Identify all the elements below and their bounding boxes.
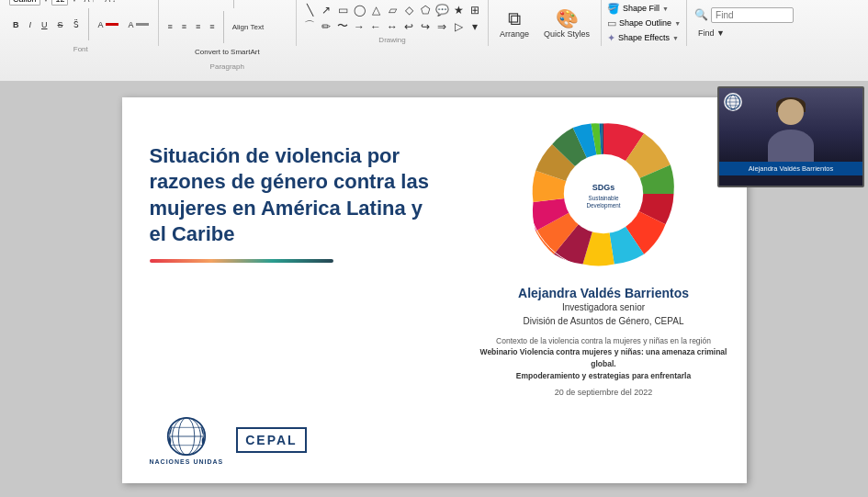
svg-point-8 (564, 153, 643, 232)
smartart-btn[interactable]: Convert to SmartArt (191, 46, 264, 58)
freeform-tool[interactable]: ✏ (319, 19, 333, 34)
font-sep (88, 8, 89, 40)
slide-divider (150, 259, 333, 263)
outline-icon: ▭ (607, 17, 616, 29)
effects-icon: ✦ (607, 32, 615, 44)
double-arrow-tool[interactable]: ↔ (385, 19, 400, 34)
presentation-slide: Situación de violencia por razones de gé… (122, 97, 747, 483)
quick-styles-icon: 🎨 (556, 7, 579, 29)
font-name-arrow[interactable]: ▼ (43, 0, 50, 3)
font-size-arrow[interactable]: ▼ (71, 0, 77, 3)
find-icon: 🔍 (694, 8, 708, 21)
star-tool[interactable]: ★ (451, 3, 466, 17)
slide-right-panel: SDGs Sustainable Development Alejandra V… (466, 97, 747, 483)
svg-text:Development: Development (586, 202, 620, 209)
svg-text:Sustainable: Sustainable (589, 195, 619, 201)
slide-left-panel: Situación de violencia por razones de gé… (122, 97, 466, 483)
slide-date: 20 de septiembre del 2022 (555, 388, 653, 397)
fill-arrow[interactable]: ▼ (662, 6, 669, 12)
shapes-more[interactable]: ⊞ (468, 3, 482, 17)
un-emblem (166, 416, 207, 457)
svg-text:CEPAL: CEPAL (729, 108, 737, 110)
bent-arrow-tool[interactable]: ↩ (401, 19, 416, 34)
right-arrow-tool[interactable]: → (352, 19, 366, 34)
author-division: División de Asuntos de Género, CEPAL (518, 314, 689, 328)
main-area: Situación de violencia por razones de gé… (0, 83, 868, 497)
font-grow-btn[interactable]: A↑ (80, 0, 98, 6)
shape-row-2: ⌒ ✏ 〜 → ← ↔ ↩ ↪ ⇒ ▷ ▾ (302, 19, 482, 34)
drawing-group: ╲ ↗ ▭ ◯ △ ▱ ◇ ⬠ 💬 ★ ⊞ ⌒ ✏ 〜 → ← ↔ ↩ ↪ (297, 0, 489, 46)
para-sep2 (223, 11, 224, 43)
slide-author-block: Alejandra Valdés Barrientos Investigador… (513, 286, 693, 328)
person-body (768, 130, 814, 162)
font-group: Calibri ▼ 12 ▼ A↑ A↓ B I U S S̈ A A Font (4, 0, 159, 46)
para-sep1 (233, 0, 234, 8)
rect-tool[interactable]: ▭ (335, 3, 350, 17)
justify-btn[interactable]: ≡ (206, 20, 218, 33)
scribble-tool[interactable]: 〜 (335, 19, 350, 34)
font-size-dropdown[interactable]: 12 (51, 0, 68, 6)
arrange-icon: ⧉ (508, 8, 521, 29)
slide-context: Contexto de la violencia contra la mujer… (470, 335, 738, 382)
svg-text:SDGs: SDGs (592, 183, 615, 192)
video-name-bar: Alejandra Valdés Barrientos (719, 162, 862, 175)
align-center-btn[interactable]: ≡ (178, 20, 190, 33)
drawing-label: Drawing (378, 36, 405, 44)
find-input[interactable] (711, 7, 794, 23)
effects-arrow[interactable]: ▼ (672, 35, 679, 41)
author-role: Investigadora senior (518, 300, 689, 314)
parallelogram-tool[interactable]: ▱ (385, 3, 400, 17)
strikethrough-btn[interactable]: S (54, 18, 67, 31)
slide-title: Situación de violencia por razones de gé… (150, 143, 438, 248)
triangle-tool[interactable]: △ (368, 3, 383, 17)
sdg-wheel: SDGs Sustainable Development (521, 111, 686, 277)
arrow-tool[interactable]: ↗ (319, 3, 333, 17)
font-name-dropdown[interactable]: Calibri (9, 0, 40, 6)
shape-row-1: ╲ ↗ ▭ ◯ △ ▱ ◇ ⬠ 💬 ★ ⊞ (302, 3, 482, 17)
font-shrink-btn[interactable]: A↓ (101, 0, 119, 6)
callout-tool[interactable]: 💬 (434, 3, 449, 17)
more-shapes[interactable]: ▾ (468, 19, 482, 34)
left-arrow-tool[interactable]: ← (368, 19, 383, 34)
curved-arrow-tool[interactable]: ↪ (418, 19, 433, 34)
cepal-logo: CEPAL (236, 427, 306, 453)
underline-btn[interactable]: U (38, 18, 51, 31)
striped-right-tool[interactable]: ⇒ (434, 19, 449, 34)
arrange-btn[interactable]: ⧉ Arrange (494, 3, 535, 43)
font-label: Font (9, 45, 152, 53)
slide-logos: NACIONES UNIDAS CEPAL (150, 416, 438, 465)
shape-fill-row[interactable]: 🪣 Shape Fill ▼ (607, 3, 681, 15)
italic-btn[interactable]: I (26, 18, 36, 31)
shape-outline-row[interactable]: ▭ Shape Outline ▼ (607, 17, 681, 29)
quick-styles-btn[interactable]: 🎨 Quick Styles (538, 3, 595, 43)
font-color-btn[interactable]: A (95, 18, 122, 31)
align-left-btn[interactable]: ≡ (164, 20, 176, 33)
curve-tool[interactable]: ⌒ (302, 19, 317, 34)
notched-right-tool[interactable]: ▷ (451, 19, 466, 34)
bold-btn[interactable]: B (9, 18, 23, 31)
video-overlay[interactable]: CEPAL Alejandra Valdés Barrientos (717, 86, 864, 187)
find-group: 🔍 Find ▼ (687, 0, 801, 46)
outline-arrow[interactable]: ▼ (674, 20, 681, 27)
line-tool[interactable]: ╲ (302, 3, 317, 17)
diamond-tool[interactable]: ◇ (401, 3, 416, 17)
pentagon-tool[interactable]: ⬠ (418, 3, 433, 17)
highlight-btn[interactable]: A (125, 18, 152, 31)
un-logo: NACIONES UNIDAS (150, 416, 224, 465)
paragraph-label: Paragraph (164, 62, 290, 71)
video-person-area: CEPAL (719, 88, 862, 162)
shape-props-group: 🪣 Shape Fill ▼ ▭ Shape Outline ▼ ✦ Shape… (602, 0, 687, 46)
fill-icon: 🪣 (607, 3, 620, 15)
align-text-btn[interactable]: Align Text (229, 21, 268, 33)
person-head (778, 99, 804, 125)
circle-tool[interactable]: ◯ (352, 3, 366, 17)
paragraph-group: ☰ ① ⇤ ⇥ Text Direction ≡ ≡ ≡ ≡ Align Tex… (159, 0, 297, 46)
slide-area: Situación de violencia por razones de gé… (0, 83, 868, 497)
align-right-btn[interactable]: ≡ (192, 20, 204, 33)
find-more-btn[interactable]: Find ▼ (694, 27, 728, 40)
author-name: Alejandra Valdés Barrientos (518, 286, 689, 300)
shape-effects-row[interactable]: ✦ Shape Effects ▼ (607, 32, 681, 44)
arrange-group: ⧉ Arrange 🎨 Quick Styles (489, 0, 602, 46)
shadow-btn[interactable]: S̈ (70, 18, 83, 31)
video-un-badge: CEPAL (723, 92, 743, 112)
